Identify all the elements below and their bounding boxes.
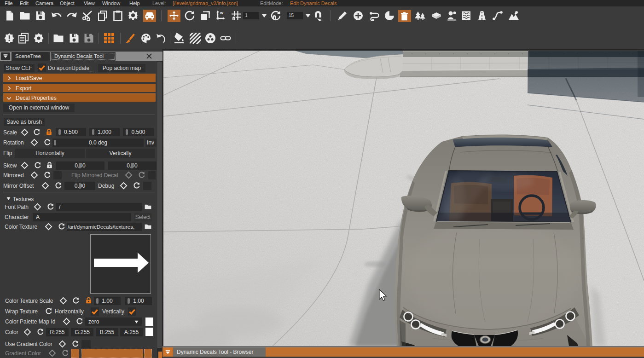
svg-text:w: w	[220, 11, 224, 15]
